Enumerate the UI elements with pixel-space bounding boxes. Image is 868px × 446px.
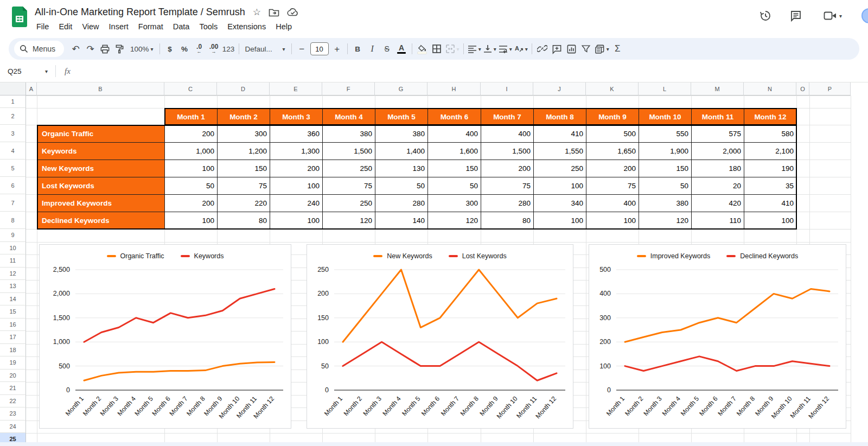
table-cell[interactable]: 2,100 xyxy=(744,142,797,160)
row-header-3[interactable]: 3 xyxy=(0,125,26,142)
table-month-header[interactable]: Month 7 xyxy=(481,108,534,125)
table-cell[interactable]: 1,400 xyxy=(375,142,428,160)
decrease-font-size-button[interactable]: − xyxy=(295,41,309,56)
cloud-status-icon[interactable] xyxy=(287,8,299,17)
table-row-label[interactable]: Declined Keywords xyxy=(37,212,165,230)
column-header-G[interactable]: G xyxy=(375,82,427,95)
row-header-8[interactable]: 8 xyxy=(0,212,26,229)
insert-chart-button[interactable] xyxy=(564,41,579,56)
row-header-20[interactable]: 20 xyxy=(0,369,26,383)
table-cell[interactable]: 80 xyxy=(217,212,270,230)
table-cell[interactable]: 250 xyxy=(322,194,375,212)
table-cell[interactable]: 420 xyxy=(691,194,744,212)
bold-button[interactable]: B xyxy=(350,41,365,56)
menus-search-button[interactable]: Menus xyxy=(14,41,64,57)
table-cell[interactable]: 190 xyxy=(744,160,797,177)
row-header-17[interactable]: 17 xyxy=(0,331,26,344)
table-cell[interactable]: 1,200 xyxy=(217,142,270,160)
row-header-15[interactable]: 15 xyxy=(0,305,26,318)
table-month-header[interactable]: Month 11 xyxy=(691,108,744,125)
table-cell[interactable]: 400 xyxy=(586,194,639,212)
table-cell[interactable]: 200 xyxy=(164,194,218,212)
menu-item-insert[interactable]: Insert xyxy=(104,21,133,33)
formula-input[interactable] xyxy=(76,60,868,82)
text-color-button[interactable]: A xyxy=(394,41,409,56)
table-cell[interactable]: 1,650 xyxy=(586,142,639,160)
table-row-label[interactable]: Improved Keywords xyxy=(37,194,165,212)
table-cell[interactable]: 410 xyxy=(533,125,586,143)
table-row-label[interactable]: Lost Keywords xyxy=(37,177,165,195)
table-cell[interactable]: 120 xyxy=(427,212,481,230)
table-cell[interactable]: 400 xyxy=(427,125,481,143)
move-folder-icon[interactable] xyxy=(269,8,279,17)
table-cell[interactable]: 250 xyxy=(533,160,586,177)
table-cell[interactable]: 50 xyxy=(427,177,481,195)
table-cell[interactable]: 75 xyxy=(217,177,270,195)
account-avatar[interactable] xyxy=(861,8,868,23)
table-cell[interactable]: 400 xyxy=(481,125,534,143)
table-cell[interactable]: 280 xyxy=(375,194,428,212)
chart-new-keywords-vs-lost-keywords[interactable]: New KeywordsLost Keywords050100150200250… xyxy=(307,244,573,429)
row-header-24[interactable]: 24 xyxy=(0,420,26,434)
table-cell[interactable]: 410 xyxy=(744,194,797,212)
row-header-11[interactable]: 11 xyxy=(0,254,26,267)
menu-item-tools[interactable]: Tools xyxy=(194,21,222,33)
horizontal-align-button[interactable]: ▾ xyxy=(467,41,482,56)
table-cell[interactable]: 380 xyxy=(322,125,375,143)
table-cell[interactable]: 200 xyxy=(481,160,534,177)
table-cell[interactable]: 150 xyxy=(217,160,270,177)
row-header-21[interactable]: 21 xyxy=(0,382,26,395)
row-header-13[interactable]: 13 xyxy=(0,280,26,293)
more-formats-button[interactable]: 123 xyxy=(221,41,236,56)
table-cell[interactable]: 100 xyxy=(586,212,639,230)
table-month-header[interactable]: Month 1 xyxy=(164,108,218,125)
column-header-C[interactable]: C xyxy=(164,82,217,95)
meet-video-button[interactable]: ▾ xyxy=(818,8,847,24)
row-header-5[interactable]: 5 xyxy=(0,160,26,177)
column-header-H[interactable]: H xyxy=(427,82,481,95)
paint-format-button[interactable] xyxy=(112,41,127,56)
table-cell[interactable]: 360 xyxy=(270,125,323,143)
column-header-F[interactable]: F xyxy=(322,82,375,95)
row-header-16[interactable]: 16 xyxy=(0,318,26,332)
table-cell[interactable]: 150 xyxy=(639,160,692,177)
create-filter-button[interactable] xyxy=(579,41,593,56)
row-header-1[interactable]: 1 xyxy=(0,95,26,108)
row-header-9[interactable]: 9 xyxy=(0,229,26,242)
table-month-header[interactable]: Month 12 xyxy=(744,108,797,125)
table-month-header[interactable]: Month 4 xyxy=(322,108,375,125)
table-cell[interactable]: 100 xyxy=(270,177,323,195)
table-cell[interactable]: 80 xyxy=(481,212,534,230)
font-size-input[interactable]: 10 xyxy=(310,42,329,55)
menu-item-edit[interactable]: Edit xyxy=(54,21,77,33)
insert-comment-button[interactable] xyxy=(550,41,564,56)
table-cell[interactable]: 1,000 xyxy=(164,142,218,160)
column-header-L[interactable]: L xyxy=(639,82,691,95)
table-cell[interactable]: 2,000 xyxy=(691,142,744,160)
table-cell[interactable]: 1,900 xyxy=(639,142,692,160)
column-header-P[interactable]: P xyxy=(809,82,851,95)
fill-color-button[interactable] xyxy=(415,41,430,56)
table-month-header[interactable]: Month 9 xyxy=(586,108,639,125)
table-cell[interactable]: 100 xyxy=(533,212,586,230)
row-header-4[interactable]: 4 xyxy=(0,142,26,160)
row-header-12[interactable]: 12 xyxy=(0,267,26,281)
row-header-18[interactable]: 18 xyxy=(0,344,26,357)
table-cell[interactable]: 1,300 xyxy=(270,142,323,160)
table-cell[interactable]: 20 xyxy=(691,177,744,195)
table-cell[interactable]: 100 xyxy=(744,212,797,230)
increase-font-size-button[interactable]: + xyxy=(330,41,344,56)
row-header-22[interactable]: 22 xyxy=(0,395,26,408)
menu-item-format[interactable]: Format xyxy=(133,21,168,33)
version-history-icon[interactable] xyxy=(757,8,774,24)
menu-item-help[interactable]: Help xyxy=(271,21,297,33)
table-cell[interactable]: 35 xyxy=(744,177,797,195)
table-cell[interactable]: 580 xyxy=(744,125,797,143)
menu-item-file[interactable]: File xyxy=(31,21,54,33)
text-wrap-button[interactable]: ▾ xyxy=(497,41,513,56)
table-cell[interactable]: 1,600 xyxy=(427,142,481,160)
column-header-D[interactable]: D xyxy=(217,82,270,95)
undo-button[interactable]: ↶ xyxy=(68,41,83,56)
table-cell[interactable]: 550 xyxy=(639,125,692,143)
column-header-K[interactable]: K xyxy=(586,82,639,95)
